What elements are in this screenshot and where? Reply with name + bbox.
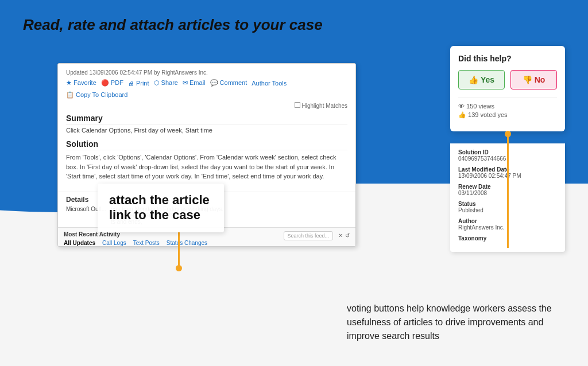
activity-close-icon[interactable]: ✕ [338, 232, 343, 239]
toolbar-comment[interactable]: 💬 Comment [210, 79, 247, 87]
views-count: 👁 150 views [458, 103, 557, 110]
thumbs-down-icon: 👎 [523, 75, 532, 84]
activity-tabs: All Updates Call Logs Text Posts Status … [64, 240, 350, 247]
orange-connector-line [178, 232, 180, 266]
tab-text-posts[interactable]: Text Posts [133, 240, 160, 247]
bottom-text-content: voting buttons help knowledge workers as… [347, 303, 552, 341]
tab-call-logs[interactable]: Call Logs [102, 240, 126, 247]
voted-yes-count: 👍 139 voted yes [458, 111, 557, 119]
highlight-label: Highlight Matches [302, 103, 347, 109]
did-this-help-panel: Did this help? 👍 Yes 👎 No 👁 150 views 👍 … [450, 46, 565, 131]
tab-all-updates[interactable]: All Updates [64, 240, 95, 247]
thumbs-up-icon: 👍 [469, 75, 478, 84]
tab-status-changes[interactable]: Status Changes [167, 240, 207, 247]
toolbar-email[interactable]: ✉ Email [183, 79, 206, 87]
help-buttons: 👍 Yes 👎 No [458, 70, 557, 89]
activity-refresh-icon[interactable]: ↺ [345, 232, 350, 239]
orange-right-connector [507, 133, 509, 248]
toolbar-pdf[interactable]: 🔴 PDF [101, 79, 123, 87]
toolbar-author-tools[interactable]: Author Tools [252, 80, 287, 87]
highlight-matches-checkbox[interactable]: Highlight Matches [66, 102, 347, 109]
summary-text: Click Calendar Options, First day of wee… [66, 127, 347, 134]
toolbar-print[interactable]: 🖨 Print [128, 80, 149, 87]
no-button[interactable]: 👎 No [510, 70, 557, 89]
help-stats: 👁 150 views 👍 139 voted yes [458, 98, 557, 119]
orange-dot-right [505, 131, 511, 137]
yes-button[interactable]: 👍 Yes [458, 70, 505, 89]
summary-title: Summary [66, 114, 347, 124]
help-panel-title: Did this help? [458, 54, 557, 63]
toolbar-share[interactable]: ⬡ Share [154, 79, 178, 87]
activity-search[interactable]: Search this feed... [284, 231, 334, 240]
article-toolbar: ★ Favorite 🔴 PDF 🖨 Print ⬡ Share ✉ Email… [66, 79, 347, 99]
callout-bubble: attach the article link to the case [98, 184, 224, 232]
orange-dot-bottom [176, 265, 182, 271]
main-heading: Read, rate and attach articles to your c… [23, 16, 323, 34]
article-updated: Updated 13\09\2006 02:54:47 PM by RightA… [66, 69, 347, 76]
toolbar-favorite[interactable]: ★ Favorite [66, 79, 96, 87]
solution-text: From 'Tools', click 'Options', 'Calendar… [66, 153, 347, 181]
bottom-description: voting buttons help knowledge workers as… [347, 302, 565, 343]
solution-title: Solution [66, 139, 347, 150]
toolbar-copy[interactable]: 📋 Copy To Clipboard [66, 91, 127, 99]
callout-text: attach the article link to the case [109, 193, 210, 222]
highlight-checkbox[interactable] [295, 102, 300, 108]
